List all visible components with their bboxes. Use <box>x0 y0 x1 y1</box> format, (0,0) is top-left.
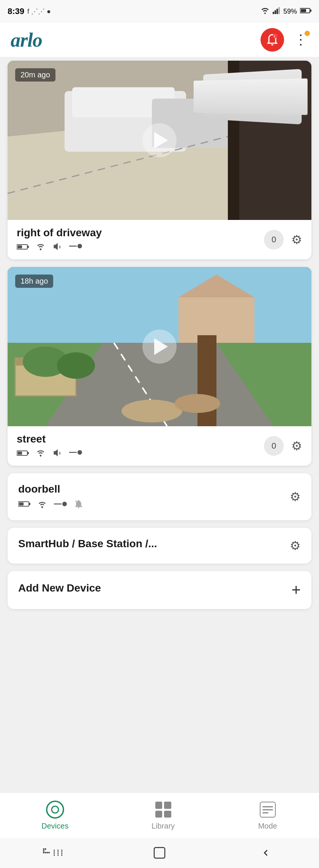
svg-rect-1 <box>275 10 276 14</box>
svg-rect-3 <box>278 7 280 14</box>
svg-rect-49 <box>43 848 44 850</box>
doorbell-left: doorbell <box>18 483 290 510</box>
bell-icon-doorbell <box>74 499 84 510</box>
svg-rect-55 <box>48 852 49 854</box>
more-menu-button[interactable] <box>293 32 308 47</box>
add-device-label: Add New Device <box>18 582 291 594</box>
smarthub-left: SmartHub / Base Station /... <box>18 538 290 554</box>
wifi-status-icon <box>261 7 270 16</box>
svg-point-35 <box>175 394 220 413</box>
doorbell-name: doorbell <box>18 483 290 495</box>
app-header: arlo ! <box>0 23 319 57</box>
alert-count-1[interactable]: 0 <box>264 230 284 250</box>
bottom-nav: Devices Library Mode <box>0 792 319 838</box>
battery-percent: 59% <box>283 8 297 16</box>
battery-status-icon-2 <box>17 449 29 458</box>
svg-point-34 <box>122 400 182 422</box>
add-icon[interactable]: + <box>291 581 301 599</box>
svg-rect-54 <box>47 852 48 854</box>
android-home-button[interactable] <box>148 841 171 864</box>
status-app-icons: f ⋰⋰ ● <box>27 7 51 16</box>
svg-rect-50 <box>45 848 46 850</box>
library-nav-icon <box>153 800 173 819</box>
camera-card-street: 18h ago street <box>8 267 311 466</box>
camera-left-2: street <box>17 433 264 459</box>
android-nav: ⁞ ⁞ ⁞ <box>0 838 319 868</box>
main-content: 20m ago right of driveway <box>0 57 319 624</box>
svg-point-47 <box>47 801 63 818</box>
play-button-2[interactable] <box>142 330 177 364</box>
svg-rect-6 <box>301 9 306 12</box>
svg-rect-0 <box>273 12 274 14</box>
svg-rect-52 <box>43 852 44 854</box>
camera-right-2: 0 ⚙ <box>264 436 302 456</box>
video-thumbnail-driveway[interactable]: 20m ago <box>8 61 311 220</box>
camera-info-driveway: right of driveway <box>8 220 311 259</box>
speaker-icon <box>52 242 63 253</box>
svg-rect-53 <box>45 852 46 854</box>
nav-devices[interactable]: Devices <box>41 800 68 830</box>
camera-status-icons-2 <box>17 448 264 459</box>
signal-line-icon-2 <box>69 449 83 458</box>
signal-icons: ⋰⋰ <box>31 7 45 16</box>
battery-status-icon <box>17 242 29 252</box>
battery-icon <box>300 8 311 16</box>
notification-dot <box>305 31 310 36</box>
status-left: 8:39 f ⋰⋰ ● <box>8 6 51 16</box>
nav-mode[interactable]: Mode <box>258 800 278 830</box>
wifi-camera-icon <box>35 242 46 253</box>
signal-dot-icon-doorbell <box>54 500 68 509</box>
video-thumbnail-street[interactable]: 18h ago <box>8 267 311 426</box>
settings-icon-1[interactable]: ⚙ <box>291 232 302 247</box>
arlo-logo: arlo <box>11 29 42 51</box>
devices-nav-icon <box>45 800 65 819</box>
android-back-button[interactable]: ⁞ ⁞ ⁞ <box>42 841 65 864</box>
video-timestamp-2: 18h ago <box>15 275 53 288</box>
doorbell-card: doorbell <box>8 473 311 520</box>
camera-name-1: right of driveway <box>17 227 264 239</box>
svg-point-33 <box>57 352 95 379</box>
svg-point-48 <box>52 806 58 813</box>
nav-label-mode: Mode <box>258 822 277 830</box>
settings-icon-2[interactable]: ⚙ <box>291 439 302 453</box>
header-icons: ! <box>261 28 308 52</box>
smarthub-name: SmartHub / Base Station /... <box>18 538 290 550</box>
video-timestamp-1: 20m ago <box>15 68 55 82</box>
svg-rect-56 <box>154 848 165 858</box>
svg-rect-11 <box>228 61 311 220</box>
signal-bars-icon <box>273 7 280 16</box>
settings-icon-hub[interactable]: ⚙ <box>290 538 301 553</box>
settings-icon-doorbell[interactable]: ⚙ <box>290 490 301 504</box>
wifi-camera-icon-2 <box>35 448 46 459</box>
alert-count-2[interactable]: 0 <box>264 436 284 456</box>
nav-library[interactable]: Library <box>152 800 175 830</box>
status-right: 59% <box>261 7 311 16</box>
svg-text:!: ! <box>274 35 275 38</box>
svg-rect-19 <box>17 245 22 248</box>
doorbell-status-icons <box>18 499 290 510</box>
notification-dot: ● <box>47 8 51 16</box>
facebook-icon: f <box>27 8 29 16</box>
signal-line-icon <box>69 242 83 252</box>
add-device-left: Add New Device <box>18 582 291 598</box>
add-device-card[interactable]: Add New Device + <box>8 571 311 609</box>
camera-right-1: 0 ⚙ <box>264 230 302 250</box>
wifi-icon-doorbell <box>36 500 48 510</box>
svg-rect-51 <box>43 850 44 852</box>
svg-point-7 <box>273 34 278 38</box>
svg-rect-18 <box>27 246 29 248</box>
svg-rect-37 <box>27 452 29 454</box>
camera-info-street: street <box>8 426 311 466</box>
play-button-1[interactable] <box>142 123 177 157</box>
nav-label-devices: Devices <box>41 822 68 830</box>
battery-icon-doorbell <box>18 501 30 509</box>
alert-button[interactable]: ! <box>261 28 284 52</box>
mode-nav-icon <box>258 800 278 819</box>
camera-name-2: street <box>17 433 264 445</box>
android-back-chevron[interactable] <box>254 841 277 864</box>
camera-status-icons-1 <box>17 242 264 253</box>
svg-rect-38 <box>17 452 22 455</box>
svg-point-21 <box>77 244 82 248</box>
camera-left: right of driveway <box>17 227 264 253</box>
svg-rect-42 <box>29 503 30 505</box>
